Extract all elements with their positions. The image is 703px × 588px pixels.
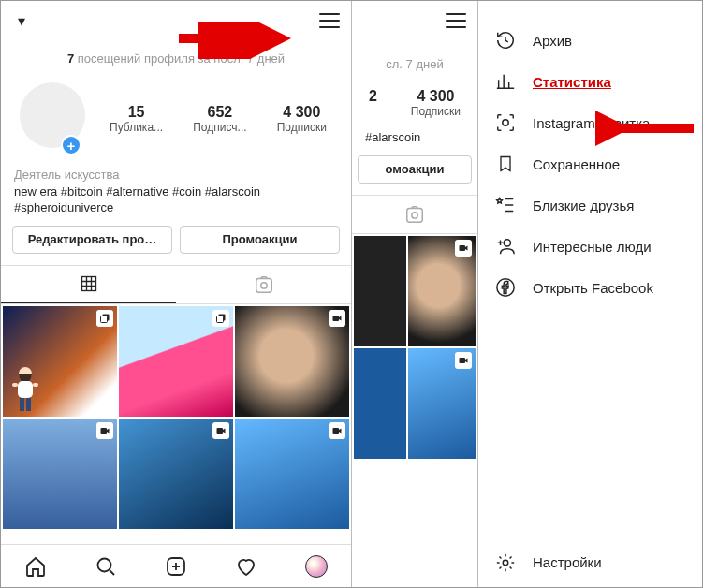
svg-point-23	[503, 120, 508, 125]
profile-stats: + 15Публика... 652Подписч... 4 300Подпис…	[1, 82, 351, 163]
svg-rect-1	[256, 278, 271, 292]
tagged-tab[interactable]	[352, 196, 477, 233]
svg-point-20	[412, 212, 417, 217]
profile-tabs	[1, 265, 351, 304]
grid-icon	[80, 274, 98, 293]
chevron-down-icon: ▾	[18, 12, 25, 30]
svg-rect-21	[460, 245, 466, 251]
post-thumbnail[interactable]	[235, 306, 349, 417]
svg-rect-22	[460, 358, 466, 363]
add-post-icon[interactable]	[165, 555, 187, 578]
svg-point-24	[504, 240, 510, 246]
promotions-button[interactable]: омоакции	[358, 155, 472, 184]
svg-point-2	[260, 282, 266, 287]
video-icon	[96, 422, 113, 439]
bookmark-icon	[495, 154, 516, 174]
posts-counter[interactable]: 15Публика...	[110, 104, 163, 134]
carousel-icon	[212, 310, 229, 327]
facebook-icon	[495, 277, 516, 298]
menu-item-settings[interactable]: Настройки	[478, 537, 702, 587]
svg-rect-8	[33, 383, 38, 387]
username-dropdown[interactable]: ▾	[12, 12, 319, 30]
menu-item-nametag[interactable]: Instagram-визитка	[478, 102, 702, 143]
post-thumbnail[interactable]	[119, 419, 233, 529]
svg-rect-6	[26, 398, 31, 411]
svg-rect-15	[217, 428, 224, 434]
post-thumbnail[interactable]	[235, 419, 349, 529]
add-story-button[interactable]: +	[61, 135, 81, 155]
profile-nav-icon[interactable]	[305, 555, 328, 578]
menu-item-discover-people[interactable]: Интересные люди	[478, 226, 702, 267]
profile-bio: Деятель искусства new era #bitcoin #alte…	[1, 163, 351, 226]
video-icon	[455, 240, 472, 257]
post-thumbnail[interactable]	[408, 236, 476, 346]
video-icon	[329, 422, 345, 439]
svg-rect-19	[407, 208, 423, 222]
tagged-tab[interactable]	[176, 266, 351, 303]
svg-point-26	[503, 560, 508, 566]
following-counter[interactable]: 4 300Подписки	[277, 104, 327, 134]
search-icon[interactable]	[95, 555, 117, 578]
tagged-icon	[254, 274, 274, 295]
followers-counter[interactable]: 2	[369, 88, 377, 118]
svg-rect-12	[217, 316, 224, 322]
chart-icon	[495, 71, 516, 92]
svg-rect-14	[101, 428, 108, 434]
svg-rect-10	[101, 316, 108, 322]
menu-item-saved[interactable]: Сохраненное	[478, 143, 702, 184]
menu-item-close-friends[interactable]: Близкие друзья	[478, 184, 702, 226]
profile-header: ▾	[1, 1, 351, 40]
options-menu: Архив Статистика Instagram-визитка Сохра…	[478, 1, 702, 587]
svg-point-17	[98, 558, 111, 571]
svg-rect-0	[81, 277, 95, 291]
activity-icon[interactable]	[235, 555, 257, 578]
svg-rect-5	[20, 398, 24, 411]
post-thumbnail[interactable]	[3, 306, 117, 417]
svg-rect-13	[333, 316, 340, 321]
profile-screen-partial: сл. 7 дней 2 4 300Подписки #alarscoin ом…	[352, 1, 478, 587]
tagged-icon	[404, 204, 425, 225]
menu-item-insights[interactable]: Статистика	[478, 61, 702, 102]
add-person-icon	[495, 236, 516, 257]
svg-rect-7	[12, 383, 18, 387]
post-thumbnail[interactable]	[3, 419, 117, 529]
followers-counter[interactable]: 652Подписч...	[193, 104, 246, 134]
menu-item-archive[interactable]: Архив	[478, 20, 702, 61]
home-icon[interactable]	[24, 555, 47, 578]
star-list-icon	[495, 195, 516, 215]
svg-rect-16	[333, 428, 340, 434]
gear-icon	[495, 552, 516, 573]
post-thumbnail[interactable]	[119, 306, 233, 417]
menu-button[interactable]	[319, 13, 340, 28]
clock-icon	[495, 30, 516, 51]
video-icon	[329, 310, 345, 327]
bottom-nav	[1, 544, 351, 587]
following-counter[interactable]: 4 300Подписки	[411, 88, 461, 118]
posts-grid	[1, 304, 351, 544]
video-icon	[455, 352, 472, 369]
menu-item-facebook[interactable]: Открыть Facebook	[478, 267, 702, 308]
promotions-button[interactable]: Промоакции	[180, 226, 340, 254]
svg-rect-4	[18, 381, 33, 398]
grid-tab[interactable]	[1, 266, 176, 303]
carousel-icon	[96, 310, 113, 327]
edit-profile-button[interactable]: Редактировать про…	[12, 226, 172, 254]
video-icon	[212, 422, 229, 439]
scan-icon	[495, 112, 516, 133]
post-thumbnail[interactable]	[408, 348, 476, 459]
menu-button[interactable]	[446, 13, 466, 28]
profile-visits: 7 посещений профиля за посл. 7 дней	[1, 40, 351, 82]
